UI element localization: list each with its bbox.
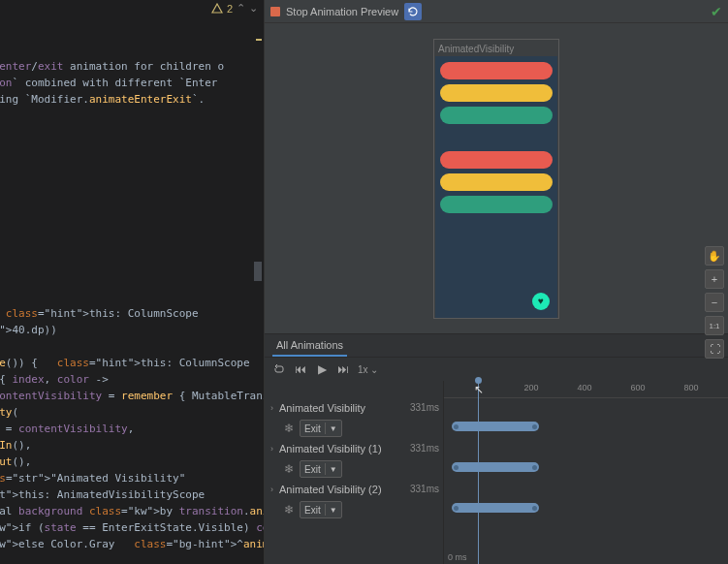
inspection-chevron-down-icon: ⌄ (249, 2, 258, 15)
code-editor[interactable]: 2 ⌃ ⌄ o create a custom enter/exit anima… (0, 0, 264, 564)
layout-icon: ⛶ (710, 343, 720, 355)
animation-tabs: All Animations (265, 334, 728, 358)
state-value: Exit (304, 464, 321, 475)
track-bar[interactable] (452, 462, 539, 472)
skip-end-icon: ⏭ (337, 362, 349, 376)
color-bar (440, 196, 553, 213)
ruler-tick: 200 (523, 383, 538, 392)
footer-time-zero: 0 ms (448, 552, 467, 562)
loop-button[interactable] (272, 362, 286, 376)
skip-start-button[interactable]: ⏮ (294, 362, 307, 376)
inspection-chevron-icon: ⌃ (237, 2, 245, 15)
color-bar (440, 84, 553, 102)
preview-toolbar: Stop Animation Preview ✔ (265, 0, 728, 23)
color-bar (440, 129, 553, 146)
zoom-in-button[interactable]: + (705, 269, 724, 289)
minus-icon: − (712, 297, 717, 308)
zoom-fit-button[interactable]: 1:1 (705, 316, 724, 335)
composable-preview: AnimatedVisibility ♥ (433, 39, 559, 319)
color-bar (440, 107, 553, 124)
chevron-right-icon: › (270, 485, 273, 494)
timeline[interactable]: 2004006008001000 ↖ 331ms331ms331ms 0 ms (444, 381, 728, 564)
freeze-icon[interactable]: ❄ (284, 503, 294, 517)
warning-indicator[interactable]: 2 ⌃ ⌄ (211, 2, 258, 15)
tab-all-animations[interactable]: All Animations (272, 335, 347, 357)
animation-name: Animated Visibility (279, 402, 365, 414)
ruler-tick: 800 (683, 383, 698, 392)
play-button[interactable]: ▶ (315, 362, 329, 376)
animation-duration: 331ms (410, 484, 439, 494)
animation-duration: 331ms (410, 402, 439, 413)
track-bar[interactable] (452, 503, 539, 513)
preview-canvas[interactable]: AnimatedVisibility ♥ ✋ + − 1:1 ⛶ (265, 23, 728, 333)
playhead[interactable]: ↖ (478, 381, 479, 564)
refresh-button[interactable] (404, 3, 422, 20)
freeze-icon[interactable]: ❄ (284, 422, 294, 435)
check-icon: ✔ (711, 4, 722, 19)
preview-panel: Stop Animation Preview ✔ AnimatedVisibil… (264, 0, 728, 564)
skip-end-button[interactable]: ⏭ (336, 362, 350, 376)
animation-duration: 331ms (410, 443, 439, 454)
color-bar (440, 151, 553, 169)
playback-controls: ⏮ ▶ ⏭ 1x ⌄ (265, 358, 728, 381)
pan-button[interactable]: ✋ (705, 246, 724, 266)
animation-name: Animated Visibility (2) (279, 484, 382, 495)
color-bar (440, 173, 553, 191)
editor-gutter[interactable] (254, 19, 264, 543)
plus-icon: + (712, 273, 717, 285)
chevron-down-icon: ▼ (330, 424, 337, 433)
freeze-icon[interactable]: ❄ (284, 462, 294, 476)
chevron-down-icon: ⌄ (370, 364, 378, 375)
warning-count: 2 (227, 3, 233, 15)
state-dropdown[interactable]: Exit▼ (300, 501, 342, 518)
state-value: Exit (304, 423, 321, 434)
speed-label[interactable]: 1x ⌄ (358, 364, 378, 375)
animation-state-row: ❄Exit▼ (265, 499, 443, 520)
state-dropdown[interactable]: Exit▼ (300, 420, 342, 437)
color-bar (440, 62, 553, 79)
skip-start-icon: ⏮ (295, 362, 306, 376)
track-bar[interactable] (452, 422, 539, 431)
animation-inspector: All Animations ⏮ ▶ ⏭ 1x ⌄ ›Animated Visi… (265, 333, 728, 564)
chevron-down-icon: ▼ (330, 506, 337, 515)
play-icon: ▶ (318, 362, 327, 376)
chevron-down-icon: ▼ (330, 465, 337, 474)
device-body: ♥ (435, 56, 557, 318)
heart-icon: ♥ (538, 296, 544, 306)
cursor-icon: ↖ (474, 383, 484, 396)
zoom-controls: ✋ + − 1:1 ⛶ (705, 246, 724, 359)
toolbar-title: Stop Animation Preview (286, 6, 398, 17)
loop-icon (273, 363, 285, 375)
hand-icon: ✋ (708, 250, 721, 263)
ruler-tick: 400 (577, 383, 591, 392)
zoom-out-button[interactable]: − (705, 293, 724, 312)
preview-label: AnimatedVisibility (438, 44, 558, 54)
warning-icon (211, 3, 223, 15)
state-value: Exit (304, 505, 321, 516)
animation-state-row: ❄Exit▼ (265, 418, 443, 439)
color-bar (440, 218, 553, 235)
chevron-right-icon: › (270, 444, 273, 454)
timeline-ruler[interactable]: 2004006008001000 (444, 381, 728, 398)
animation-body: ›Animated Visibility❄Exit▼›Animated Visi… (265, 381, 728, 564)
code-content[interactable]: o create a custom enter/exit animation f… (0, 25, 264, 564)
animation-name: Animated Visibility (1) (279, 443, 382, 454)
refresh-icon (407, 6, 419, 17)
stop-icon[interactable] (270, 7, 280, 16)
animation-state-row: ❄Exit▼ (265, 458, 443, 480)
state-dropdown[interactable]: Exit▼ (300, 460, 342, 478)
chevron-right-icon: › (270, 403, 273, 413)
layout-button[interactable]: ⛶ (705, 339, 724, 359)
fab-button[interactable]: ♥ (532, 293, 550, 310)
one-to-one-icon: 1:1 (709, 322, 719, 330)
ruler-tick: 600 (630, 383, 645, 392)
